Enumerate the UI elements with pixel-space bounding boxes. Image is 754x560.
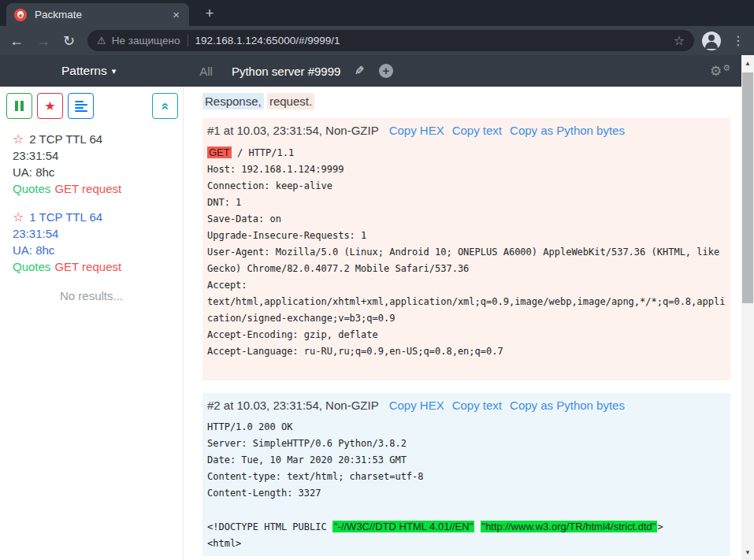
url-text[interactable]: 192.168.1.124:65000/#/9999/1 — [195, 35, 340, 46]
copy-python-bytes-link[interactable]: Copy as Python bytes — [510, 399, 625, 412]
browser-toolbar: ← → ↻ ⚠ Не защищено 192.168.1.124:65000/… — [0, 26, 754, 55]
tag-quotes: Quotes — [13, 260, 50, 273]
chevron-down-icon: ▾ — [112, 66, 117, 76]
packet-header: #1 at 10.03, 23:31:54, Non-GZIP Copy HEX… — [207, 124, 726, 137]
stream-time: 23:31:54 — [13, 147, 183, 164]
pause-capture-button[interactable] — [6, 93, 32, 119]
match-highlight: "-//W3C//DTD HTML 4.01//EN" — [332, 521, 474, 532]
security-warning-label: Не защищено — [112, 35, 180, 46]
copy-python-bytes-link[interactable]: Copy as Python bytes — [510, 124, 625, 137]
patterns-dropdown[interactable]: Patterns ▾ — [61, 64, 116, 78]
packet-card-request: #1 at 10.03, 23:31:54, Non-GZIP Copy HEX… — [202, 118, 730, 380]
match-highlight: "http://www.w3.org/TR/html4/strict.dtd" — [481, 521, 658, 532]
stream-user-agent: UA: 8hc — [13, 242, 183, 258]
tab-title: Packmate — [35, 9, 171, 20]
align-lines-icon — [75, 101, 87, 112]
scroll-to-top-button[interactable]: « — [152, 93, 178, 119]
pause-icon — [15, 101, 24, 111]
stream-title: 2 TCP TTL 64 — [29, 132, 102, 146]
stream-tags: QuotesGET request — [13, 258, 183, 275]
stream-favorite-star-icon[interactable]: ☆ — [13, 132, 24, 146]
scroll-up-icon[interactable]: ▲ — [741, 60, 754, 67]
favorites-filter-button[interactable]: ★ — [37, 93, 63, 119]
packet-body: GET / HTTP/1.1Host: 192.168.1.124:9999Co… — [207, 144, 726, 376]
security-warning-icon[interactable]: ⚠ — [97, 35, 106, 46]
profile-avatar-icon[interactable] — [702, 32, 721, 50]
patterns-label: Patterns — [61, 64, 107, 78]
tab-close-icon[interactable]: × — [171, 9, 181, 20]
tab-all[interactable]: All — [199, 65, 213, 78]
stream-user-agent: UA: 8hc — [13, 164, 183, 180]
stream-detail-pane: Response, request. #1 at 10.03, 23:31:54… — [184, 87, 741, 560]
streams-sidebar: ★ « ☆2 TCP TTL 64 23:31:54 UA: 8hc Quote… — [0, 87, 184, 560]
address-bar[interactable]: ⚠ Не защищено 192.168.1.124:65000/#/9999… — [87, 30, 694, 51]
filter-list-button[interactable] — [68, 93, 94, 119]
app-header: Patterns ▾ All Python server #9999 ✎ + ⚙… — [0, 55, 741, 87]
copy-text-link[interactable]: Copy text — [452, 124, 502, 137]
settings-gear-icon[interactable]: ⚙⚙ — [710, 65, 730, 78]
tag-get-request: GET request — [54, 260, 121, 273]
tag-quotes: Quotes — [13, 182, 50, 195]
tab-current-server[interactable]: Python server #9999 — [232, 65, 340, 78]
browser-tab-strip: Packmate × + — [0, 0, 754, 26]
request-method-highlight: GET — [207, 146, 232, 158]
browser-tab[interactable]: Packmate × — [6, 3, 189, 26]
stream-favorite-star-icon[interactable]: ☆ — [13, 210, 24, 224]
term-response: Response, — [202, 93, 264, 109]
packet-meta: #2 at 10.03, 23:31:54, Non-GZIP — [207, 399, 379, 412]
packmate-favicon-icon — [14, 9, 27, 21]
stream-time: 23:31:54 — [13, 225, 183, 242]
forward-icon: → — [36, 34, 50, 48]
omnibox-divider — [188, 35, 188, 46]
sidebar-toolbar: ★ « — [0, 93, 183, 119]
edit-pencil-icon[interactable]: ✎ — [355, 64, 365, 78]
new-tab-button[interactable]: + — [200, 5, 219, 22]
packet-header: #2 at 10.03, 23:31:54, Non-GZIP Copy HEX… — [207, 399, 726, 412]
scroll-down-icon[interactable]: ▼ — [741, 549, 754, 556]
search-terms-line: Response, request. — [202, 95, 731, 108]
back-icon[interactable]: ← — [9, 34, 24, 48]
copy-hex-link[interactable]: Copy HEX — [389, 124, 444, 137]
stream-title: 1 TCP TTL 64 — [29, 210, 102, 224]
refresh-icon[interactable]: ↻ — [63, 34, 75, 48]
star-icon: ★ — [44, 98, 55, 113]
packet-card-response: #2 at 10.03, 23:31:54, Non-GZIP Copy HEX… — [202, 393, 730, 556]
stream-tags: QuotesGET request — [13, 180, 183, 197]
browser-menu-icon[interactable]: ⋮ — [732, 35, 745, 47]
stream-item[interactable]: ☆2 TCP TTL 64 23:31:54 UA: 8hc QuotesGET… — [0, 119, 183, 197]
copy-hex-link[interactable]: Copy HEX — [389, 399, 444, 412]
add-server-icon[interactable]: + — [379, 64, 393, 78]
page-scrollbar[interactable]: ▲ ▼ — [741, 55, 754, 560]
term-request: request. — [267, 93, 314, 109]
bookmark-star-icon[interactable]: ☆ — [674, 33, 685, 48]
copy-text-link[interactable]: Copy text — [452, 399, 502, 412]
packet-meta: #1 at 10.03, 23:31:54, Non-GZIP — [207, 124, 379, 137]
no-results-label: No results... — [0, 289, 183, 302]
scrollbar-thumb[interactable] — [742, 72, 753, 303]
tag-get-request: GET request — [54, 182, 121, 195]
chevron-double-up-icon: « — [158, 102, 173, 109]
stream-item-selected[interactable]: ☆1 TCP TTL 64 23:31:54 UA: 8hc QuotesGET… — [0, 197, 183, 275]
content-area: ★ « ☆2 TCP TTL 64 23:31:54 UA: 8hc Quote… — [0, 87, 741, 560]
packet-body: HTTP/1.0 200 OKServer: SimpleHTTP/0.6 Py… — [207, 419, 726, 552]
